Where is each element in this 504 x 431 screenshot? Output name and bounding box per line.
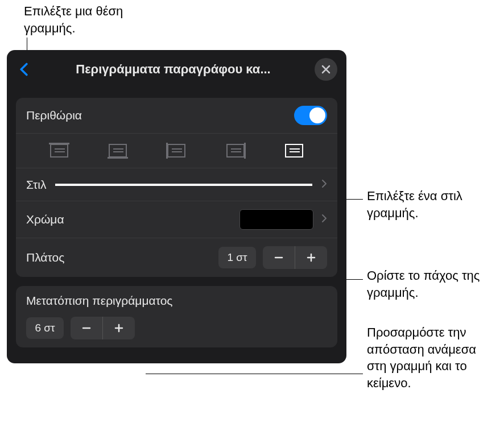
offset-stepper bbox=[71, 317, 135, 339]
chevron-left-icon bbox=[19, 63, 28, 76]
width-label: Πλάτος bbox=[26, 251, 218, 264]
chevron-right-icon bbox=[321, 179, 327, 190]
callout-offset-text: Προσαρμόστε την απόσταση ανάμεσα στη γρα… bbox=[367, 324, 492, 392]
width-row: Πλάτος 1 στ bbox=[16, 238, 337, 277]
borders-label: Περιθώρια bbox=[26, 109, 294, 122]
color-label: Χρώμα bbox=[26, 213, 239, 226]
color-swatch[interactable] bbox=[239, 209, 313, 230]
width-decrease-button[interactable] bbox=[263, 246, 295, 269]
minus-icon bbox=[81, 322, 92, 334]
position-top-button[interactable] bbox=[49, 143, 69, 159]
plus-icon bbox=[305, 252, 317, 263]
offset-controls: 6 στ bbox=[26, 317, 135, 339]
color-row[interactable]: Χρώμα bbox=[16, 201, 337, 238]
borders-section: Περιθώρια Στιλ Χρώμα Πλάτος bbox=[16, 98, 337, 277]
callout-offset-line bbox=[146, 374, 363, 374]
width-stepper-group: 1 στ bbox=[218, 246, 327, 269]
style-row[interactable]: Στιλ bbox=[16, 168, 337, 201]
format-panel: Περιγράμματα παραγράφου κα... Περιθώρια … bbox=[7, 50, 346, 363]
borders-toggle[interactable] bbox=[294, 106, 327, 125]
position-bottom-button[interactable] bbox=[108, 143, 128, 159]
offset-value: 6 στ bbox=[26, 317, 64, 339]
close-button[interactable] bbox=[315, 58, 337, 81]
width-value: 1 στ bbox=[218, 247, 256, 268]
callout-width-text: Ορίστε το πάχος της γραμμής. bbox=[367, 267, 492, 301]
offset-label: Μετατόπιση περιγράμματος bbox=[26, 294, 173, 308]
minus-icon bbox=[273, 252, 284, 263]
line-style-preview bbox=[55, 184, 312, 186]
width-increase-button[interactable] bbox=[295, 246, 327, 269]
position-left-button[interactable] bbox=[166, 143, 187, 159]
borders-toggle-row: Περιθώρια bbox=[16, 98, 337, 133]
callout-position-text: Επιλέξτε μια θέση γραμμής. bbox=[24, 3, 149, 36]
offset-increase-button[interactable] bbox=[103, 317, 135, 339]
close-icon bbox=[321, 65, 331, 74]
panel-title: Περιγράμματα παραγράφου κα... bbox=[32, 62, 315, 77]
style-label: Στιλ bbox=[26, 178, 46, 192]
offset-row: Μετατόπιση περιγράμματος 6 στ bbox=[16, 286, 337, 347]
chevron-right-icon bbox=[321, 214, 327, 225]
offset-section: Μετατόπιση περιγράμματος 6 στ bbox=[16, 286, 337, 347]
position-right-button[interactable] bbox=[225, 143, 246, 159]
plus-icon bbox=[113, 322, 125, 334]
position-row bbox=[16, 133, 337, 168]
back-button[interactable] bbox=[16, 61, 32, 77]
panel-header: Περιγράμματα παραγράφου κα... bbox=[7, 50, 346, 89]
position-all-button[interactable] bbox=[284, 143, 304, 159]
width-stepper bbox=[263, 246, 327, 269]
callout-style-text: Επιλέξτε ένα στιλ γραμμής. bbox=[367, 188, 486, 221]
offset-decrease-button[interactable] bbox=[71, 317, 102, 339]
